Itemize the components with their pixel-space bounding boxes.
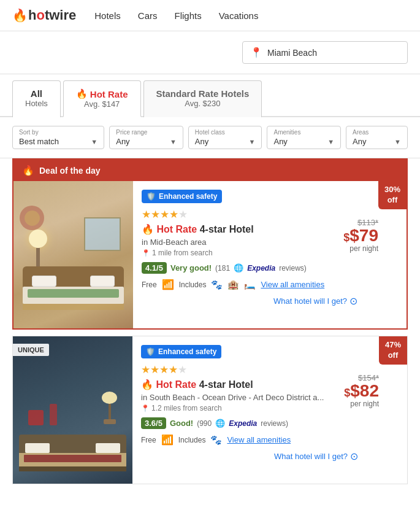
hotel-type-1: 4-star Hotel — [200, 224, 254, 234]
filter-areas-select[interactable]: Any ▼ — [353, 136, 401, 146]
nav-flights[interactable]: Flights — [174, 10, 201, 21]
price-arrow-icon: ▼ — [170, 138, 177, 145]
search-input[interactable] — [267, 48, 400, 58]
search-input-wrapper[interactable]: 📍 — [242, 41, 408, 64]
discount-badge-2: 47% off — [379, 336, 407, 365]
review-count-2: (990 — [197, 419, 212, 428]
price-per-night-2: per night — [344, 400, 379, 408]
price-dollar-2: $ — [344, 387, 350, 399]
filter-sort-label: Sort by — [19, 129, 97, 136]
tab-standard[interactable]: Standard Rate Hotels Avg. $230 — [143, 80, 262, 117]
hotel-image-2: UNIQUE — [13, 336, 132, 484]
discount-off-2: off — [385, 350, 401, 361]
nav-cars[interactable]: Cars — [138, 10, 158, 21]
filter-class-value: Any — [195, 137, 208, 146]
logo-text: h — [28, 7, 36, 23]
tab-all-subtitle: Hotels — [25, 99, 48, 108]
filter-sort-select[interactable]: Best match ▼ — [19, 136, 97, 146]
shield-icon-1: 🛡️ — [147, 192, 156, 201]
deal-banner: 🔥 Deal of the day — [13, 160, 407, 181]
nav-hotels[interactable]: Hotels — [94, 10, 121, 21]
hotel-name-1: 🔥 Hot Rate 4-star Hotel — [142, 223, 357, 235]
hotel-location-1: in Mid-Beach area — [142, 238, 357, 247]
tab-standard-subtitle: Avg. $230 — [156, 99, 250, 108]
deal-banner-text: Deal of the day — [39, 166, 101, 176]
filter-price-select[interactable]: Any ▼ — [116, 136, 177, 146]
review-suffix-1: reviews) — [279, 264, 307, 273]
filter-amenities[interactable]: Amenities Any ▼ — [267, 126, 341, 149]
filter-amenities-label: Amenities — [273, 129, 334, 136]
filter-price[interactable]: Price range Any ▼ — [109, 126, 183, 149]
main-nav: Hotels Cars Flights Vacations — [94, 10, 258, 21]
what-hotel-row-2: What hotel will I get? ⊙ — [141, 451, 358, 462]
price-current-2: $$82 — [344, 382, 379, 400]
rating-badge-1: 4.1/5 — [142, 262, 167, 274]
view-amenities-2[interactable]: View all amenities — [227, 435, 291, 444]
filter-price-label: Price range — [116, 129, 177, 136]
filter-areas-label: Areas — [353, 129, 401, 136]
tab-all-title: All — [25, 88, 48, 99]
hanger-icon-1: 🏨 — [227, 279, 239, 290]
search-bar: 📍 — [0, 31, 420, 74]
tab-hot-title: 🔥 Hot Rate — [76, 88, 128, 99]
amenities-row-2: Free 📶 Includes 🐾 View all amenities — [141, 434, 358, 446]
free-label-2: Free — [141, 436, 156, 444]
hotel-stars-2: ★★★★★ — [141, 363, 358, 376]
discount-pct-1: 30% — [384, 185, 400, 195]
filter-sort[interactable]: Sort by Best match ▼ — [12, 126, 104, 149]
hot-rate-label-1: 🔥 Hot Rate — [142, 224, 197, 234]
filter-amenities-select[interactable]: Any ▼ — [273, 136, 334, 146]
sort-arrow-icon: ▼ — [91, 138, 97, 145]
class-arrow-icon: ▼ — [249, 138, 256, 145]
what-hotel-link-2[interactable]: What hotel will I get? ⊙ — [274, 451, 358, 462]
areas-arrow-icon: ▼ — [394, 138, 401, 145]
expedia-planet-icon-2: 🌐 — [215, 419, 225, 428]
review-count-1: (181 — [215, 264, 230, 273]
nav-vacations[interactable]: Vacations — [219, 10, 259, 21]
what-hotel-row-1: What hotel will I get? ⊙ — [142, 295, 357, 307]
paw-icon-1: 🐾 — [211, 279, 223, 290]
hotel-card-1: 🛡️ Enhanced safety ★★★★★ 🔥 Hot Rate 4-st… — [13, 181, 407, 328]
logo-fire-icon: 🔥 — [12, 8, 28, 23]
hotel-info-2: 🛡️ Enhanced safety ★★★★★ 🔥 Hot Rate 4-st… — [132, 336, 407, 484]
deal-section: 🔥 Deal of the day — [12, 158, 408, 330]
filter-areas[interactable]: Areas Any ▼ — [346, 126, 408, 149]
discount-off-1: off — [384, 195, 400, 206]
price-block-1: $113* $$79 per night — [343, 218, 378, 253]
includes-label-1: Includes — [179, 280, 207, 289]
hotel-type-2: 4-star Hotel — [199, 379, 253, 390]
what-hotel-text-2: What hotel will I get? — [274, 452, 348, 461]
filter-class[interactable]: Hotel class Any ▼ — [188, 126, 262, 149]
shield-icon-2: 🛡️ — [146, 347, 155, 356]
tab-hot-rate[interactable]: 🔥 Hot Rate Avg. $147 — [63, 80, 141, 117]
bed-icon-1: 🛏️ — [244, 279, 256, 290]
chevron-down-icon-1: ⊙ — [349, 295, 357, 307]
expedia-label-1: Expedia — [247, 264, 275, 273]
filter-class-select[interactable]: Any ▼ — [195, 136, 256, 146]
what-hotel-text-1: What hotel will I get? — [273, 296, 347, 306]
tabs-container: All Hotels 🔥 Hot Rate Avg. $147 Standard… — [0, 80, 420, 117]
logo[interactable]: 🔥 h o twire — [12, 7, 76, 23]
chevron-down-icon-2: ⊙ — [350, 451, 358, 462]
expedia-planet-icon-1: 🌐 — [234, 263, 243, 273]
tab-all-hotels[interactable]: All Hotels — [12, 80, 61, 117]
filter-price-value: Any — [116, 137, 129, 146]
distance-pin-icon-1: 📍 — [142, 249, 150, 257]
filter-amenities-value: Any — [273, 137, 287, 146]
includes-label-2: Includes — [178, 436, 206, 444]
rating-badge-2: 3.6/5 — [141, 417, 166, 429]
location-icon: 📍 — [250, 47, 262, 58]
wifi-icon-2: 📶 — [161, 434, 174, 446]
logo-o-red: o — [36, 7, 44, 23]
what-hotel-link-1[interactable]: What hotel will I get? ⊙ — [273, 295, 357, 307]
view-amenities-1[interactable]: View all amenities — [261, 280, 324, 289]
price-dollar-1: $ — [343, 231, 349, 244]
paw-icon-2: 🐾 — [210, 435, 222, 446]
hot-fire-icon: 🔥 — [76, 88, 88, 99]
filters-row: Sort by Best match ▼ Price range Any ▼ H… — [0, 117, 420, 158]
wifi-icon-1: 📶 — [162, 279, 174, 290]
discount-badge-1: 30% off — [378, 181, 407, 209]
amenities-row-1: Free 📶 Includes 🐾 🏨 🛏️ View all amenitie… — [142, 279, 357, 290]
tab-hot-subtitle: Avg. $147 — [76, 99, 128, 109]
distance-pin-icon-2: 📍 — [141, 404, 150, 412]
